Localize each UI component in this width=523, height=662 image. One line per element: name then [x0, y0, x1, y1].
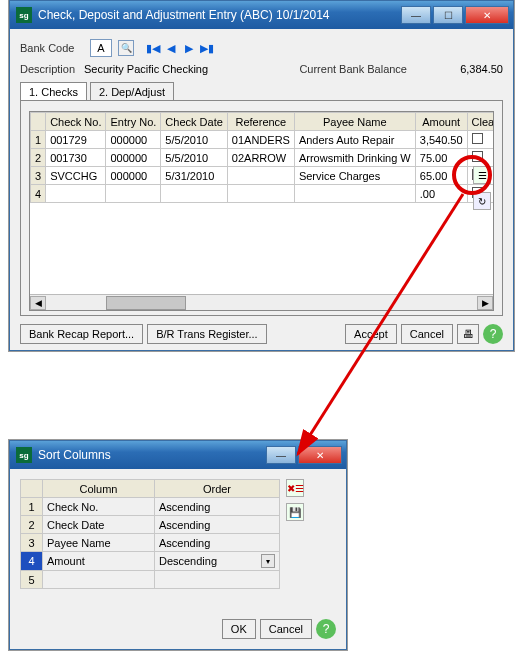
- sort-row-number: 1: [21, 498, 43, 516]
- scroll-right-icon[interactable]: ▶: [477, 296, 493, 310]
- sort-titlebar[interactable]: sg Sort Columns — ✕: [10, 441, 346, 469]
- sort-col-column[interactable]: Column: [43, 480, 155, 498]
- balance-label: Current Bank Balance: [299, 63, 407, 75]
- lookup-icon[interactable]: 🔍: [118, 40, 134, 56]
- sort-order[interactable]: Ascending: [154, 534, 279, 552]
- cancel-button[interactable]: Cancel: [260, 619, 312, 639]
- sort-row[interactable]: 5: [21, 571, 280, 589]
- minimize-button[interactable]: —: [266, 446, 296, 464]
- horizontal-scrollbar[interactable]: ◀ ▶: [30, 294, 493, 310]
- close-button[interactable]: ✕: [298, 446, 342, 464]
- sort-columns-window: sg Sort Columns — ✕ Column Order 1Check …: [9, 440, 347, 650]
- scroll-left-icon[interactable]: ◀: [30, 296, 46, 310]
- cell-cleared[interactable]: [467, 131, 494, 149]
- row-number: 2: [31, 149, 46, 167]
- refresh-icon[interactable]: ↻: [473, 192, 491, 210]
- sort-column-name[interactable]: Amount: [43, 552, 155, 571]
- next-record-icon[interactable]: ▶: [181, 40, 197, 56]
- last-record-icon[interactable]: ▶▮: [199, 40, 215, 56]
- cell-reference[interactable]: [227, 185, 294, 203]
- help-icon[interactable]: ?: [316, 619, 336, 639]
- sort-row[interactable]: 3Payee NameAscending: [21, 534, 280, 552]
- cell-payee-name[interactable]: [294, 185, 415, 203]
- tab-dep-adjust[interactable]: 2. Dep/Adjust: [90, 82, 174, 101]
- table-row[interactable]: 10017290000005/5/201001ANDERSAnders Auto…: [31, 131, 495, 149]
- sort-row[interactable]: 2Check DateAscending: [21, 516, 280, 534]
- sort-order[interactable]: Descending▾: [154, 552, 279, 571]
- table-row[interactable]: 20017300000005/5/201002ARROWArrowsmith D…: [31, 149, 495, 167]
- cell-entry-no[interactable]: [106, 185, 161, 203]
- col-rownum[interactable]: [31, 113, 46, 131]
- bank-code-label: Bank Code: [20, 42, 84, 54]
- cell-reference[interactable]: 01ANDERS: [227, 131, 294, 149]
- bank-recap-report-button[interactable]: Bank Recap Report...: [20, 324, 143, 344]
- col-payee-name[interactable]: Payee Name: [294, 113, 415, 131]
- balance-value: 6,384.50: [443, 63, 503, 75]
- check-entry-window: sg Check, Deposit and Adjustment Entry (…: [9, 0, 514, 351]
- minimize-button[interactable]: —: [401, 6, 431, 24]
- sort-column-name[interactable]: Check No.: [43, 498, 155, 516]
- sort-column-name[interactable]: [43, 571, 155, 589]
- cell-payee-name[interactable]: Service Charges: [294, 167, 415, 185]
- close-button[interactable]: ✕: [465, 6, 509, 24]
- cell-amount[interactable]: 3,540.50: [415, 131, 467, 149]
- cancel-button[interactable]: Cancel: [401, 324, 453, 344]
- cell-check-no[interactable]: [46, 185, 106, 203]
- row-number: 4: [31, 185, 46, 203]
- bank-code-input[interactable]: A: [90, 39, 112, 57]
- prev-record-icon[interactable]: ◀: [163, 40, 179, 56]
- col-cleared[interactable]: Cleared: [467, 113, 494, 131]
- cell-check-no[interactable]: 001729: [46, 131, 106, 149]
- cell-entry-no[interactable]: 000000: [106, 131, 161, 149]
- scroll-thumb[interactable]: [106, 296, 186, 310]
- help-icon[interactable]: ?: [483, 324, 503, 344]
- cell-reference[interactable]: 02ARROW: [227, 149, 294, 167]
- cell-entry-no[interactable]: 000000: [106, 167, 161, 185]
- accept-button[interactable]: Accept: [345, 324, 397, 344]
- first-record-icon[interactable]: ▮◀: [145, 40, 161, 56]
- tab-checks[interactable]: 1. Checks: [20, 82, 87, 101]
- br-trans-register-button[interactable]: B/R Trans Register...: [147, 324, 266, 344]
- checks-grid[interactable]: Check No. Entry No. Check Date Reference…: [29, 111, 494, 311]
- sort-row-number: 2: [21, 516, 43, 534]
- sort-row[interactable]: 4AmountDescending▾: [21, 552, 280, 571]
- cell-check-no[interactable]: SVCCHG: [46, 167, 106, 185]
- sort-order[interactable]: Ascending: [154, 516, 279, 534]
- cell-entry-no[interactable]: 000000: [106, 149, 161, 167]
- table-row[interactable]: 4.00: [31, 185, 495, 203]
- app-icon: sg: [16, 447, 32, 463]
- sort-grid[interactable]: Column Order 1Check No.Ascending2Check D…: [20, 479, 280, 589]
- sort-col-order[interactable]: Order: [154, 480, 279, 498]
- col-check-date[interactable]: Check Date: [161, 113, 227, 131]
- annotation-circle: [452, 155, 492, 195]
- maximize-button[interactable]: ☐: [433, 6, 463, 24]
- sort-window-title: Sort Columns: [38, 448, 266, 462]
- checkbox-icon[interactable]: [472, 133, 483, 144]
- table-row[interactable]: 3SVCCHG0000005/31/2010Service Charges65.…: [31, 167, 495, 185]
- cell-check-no[interactable]: 001730: [46, 149, 106, 167]
- col-amount[interactable]: Amount: [415, 113, 467, 131]
- cell-payee-name[interactable]: Arrowsmith Drinking W: [294, 149, 415, 167]
- cell-check-date[interactable]: 5/31/2010: [161, 167, 227, 185]
- sort-order[interactable]: [154, 571, 279, 589]
- sort-order[interactable]: Ascending: [154, 498, 279, 516]
- cell-check-date[interactable]: [161, 185, 227, 203]
- description-value: Security Pacific Checking: [84, 63, 208, 75]
- cell-payee-name[interactable]: Anders Auto Repair: [294, 131, 415, 149]
- save-sort-icon[interactable]: 💾: [286, 503, 304, 521]
- sort-column-name[interactable]: Check Date: [43, 516, 155, 534]
- cell-check-date[interactable]: 5/5/2010: [161, 149, 227, 167]
- cell-check-date[interactable]: 5/5/2010: [161, 131, 227, 149]
- col-reference[interactable]: Reference: [227, 113, 294, 131]
- col-entry-no[interactable]: Entry No.: [106, 113, 161, 131]
- col-check-no[interactable]: Check No.: [46, 113, 106, 131]
- titlebar[interactable]: sg Check, Deposit and Adjustment Entry (…: [10, 1, 513, 29]
- cell-reference[interactable]: [227, 167, 294, 185]
- ok-button[interactable]: OK: [222, 619, 256, 639]
- print-icon[interactable]: 🖶: [457, 324, 479, 344]
- dropdown-icon[interactable]: ▾: [261, 554, 275, 568]
- sort-row[interactable]: 1Check No.Ascending: [21, 498, 280, 516]
- sort-row-number: 5: [21, 571, 43, 589]
- sort-column-name[interactable]: Payee Name: [43, 534, 155, 552]
- remove-sort-icon[interactable]: ✖☰: [286, 479, 304, 497]
